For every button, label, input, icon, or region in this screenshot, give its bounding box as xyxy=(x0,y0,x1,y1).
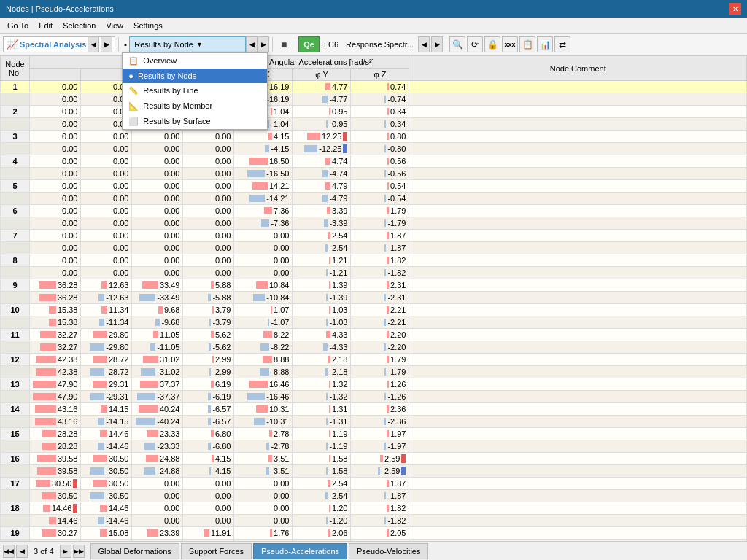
node-number xyxy=(1,366,30,378)
table-row: 0.000.000.000.00-7.36-3.39-1.79 xyxy=(1,217,747,230)
results-nav-next[interactable]: ▶ xyxy=(258,36,269,52)
angular-value: 1.79 xyxy=(351,205,409,217)
angular-value: 0.00 xyxy=(234,254,293,267)
tab-global-deformations[interactable]: Global Deformations xyxy=(90,543,179,559)
angular-value: 16.50 xyxy=(234,155,293,168)
menu-results-by-surface[interactable]: ⬜ Results by Surface xyxy=(123,114,267,129)
nav-next-btn[interactable]: ▶ xyxy=(60,545,71,558)
angular-value: -7.36 xyxy=(234,217,293,230)
angular-value: 1.03 xyxy=(293,304,351,316)
refresh-btn[interactable]: ⟳ xyxy=(467,36,483,52)
cell-value: 24.88 xyxy=(132,453,183,465)
chart-btn[interactable]: 📊 xyxy=(537,36,553,52)
cell-value: 14.15 xyxy=(81,403,132,416)
cell-value: -4.15 xyxy=(183,465,234,478)
nav-first-btn[interactable]: ◀◀ xyxy=(3,545,15,558)
table-row: 1814.4614.460.000.000.001.201.82 xyxy=(1,502,747,515)
cell-value: 0.00 xyxy=(132,490,183,502)
table-container: NodeNo. |u | Angular Accelerations [rad/… xyxy=(0,55,747,541)
copy-btn[interactable]: 📋 xyxy=(519,36,535,52)
cell-value: -11.34 xyxy=(81,316,132,329)
main-content: NodeNo. |u | Angular Accelerations [rad/… xyxy=(0,55,747,541)
cell-value: 0.00 xyxy=(30,143,81,155)
title-bar: Nodes | Pseudo-Accelerations ✕ xyxy=(0,0,747,18)
xxx-btn[interactable]: xxx xyxy=(502,36,518,52)
table-row: 30.50-30.500.000.000.00-2.54-1.87 xyxy=(1,490,747,502)
node-number xyxy=(1,168,30,180)
search-btn[interactable]: 🔍 xyxy=(449,36,465,52)
menu-goto[interactable]: Go To xyxy=(3,20,33,31)
table-row: 15.38-11.34-9.68-3.79-1.07-1.03-2.21 xyxy=(1,316,747,329)
angular-value: -2.54 xyxy=(293,242,351,254)
menu-settings[interactable]: Settings xyxy=(129,20,167,31)
node-comment xyxy=(409,155,747,168)
lc-nav-next[interactable]: ▶ xyxy=(431,36,443,52)
results-nav-prev[interactable]: ◀ xyxy=(246,36,258,52)
lock-btn[interactable]: 🔒 xyxy=(484,36,500,52)
tab-pseudo-accelerations[interactable]: Pseudo-Accelerations xyxy=(253,543,347,559)
cell-value: -5.62 xyxy=(183,341,234,354)
angular-value: 8.88 xyxy=(234,354,293,366)
angular-value: -1.76 xyxy=(234,540,293,542)
menu-results-by-node[interactable]: ● Results by Node xyxy=(123,69,267,83)
results-dropdown-container: ▪ Results by Node ▼ 📋 Overview ● Results… xyxy=(122,36,269,52)
nav-prev-btn[interactable]: ◀ xyxy=(16,545,28,558)
spectral-nav-prev[interactable]: ◀ xyxy=(88,36,99,52)
qe-btn[interactable]: Qe xyxy=(298,36,320,52)
angular-value: -4.77 xyxy=(293,93,351,106)
menu-selection[interactable]: Selection xyxy=(58,20,100,31)
menu-results-by-line[interactable]: 📏 Results by Line xyxy=(123,83,267,98)
angular-value: 1.76 xyxy=(234,527,293,540)
stop-btn[interactable]: ■ xyxy=(276,36,292,52)
node-comment xyxy=(409,106,747,118)
cell-value: -23.39 xyxy=(132,540,183,542)
tab-pseudo-velocities[interactable]: Pseudo-Velocities xyxy=(349,543,428,559)
tab-support-forces[interactable]: Support Forces xyxy=(181,543,252,559)
table-row: 0.000.000.000.00-16.19-4.77-0.74 xyxy=(1,93,747,106)
cell-value: 0.00 xyxy=(183,254,234,267)
export-btn[interactable]: ⇄ xyxy=(554,36,570,52)
angular-value: 16.46 xyxy=(234,378,293,391)
close-button[interactable]: ✕ xyxy=(729,3,741,15)
node-number xyxy=(1,292,30,304)
cell-value: 0.00 xyxy=(81,155,132,168)
cell-value: -37.37 xyxy=(132,391,183,403)
cell-value: 15.38 xyxy=(30,316,81,329)
node-number xyxy=(1,143,30,155)
col-comment: Node Comment xyxy=(409,56,747,81)
col-phi-y: φ Y xyxy=(293,69,351,81)
lc-nav-prev[interactable]: ◀ xyxy=(418,36,430,52)
angular-value: 1.79 xyxy=(351,354,409,366)
angular-value: -8.22 xyxy=(234,341,293,354)
node-number xyxy=(1,118,30,131)
cell-value: 23.39 xyxy=(132,527,183,540)
node-comment xyxy=(409,81,747,93)
angular-value: 0.95 xyxy=(293,106,351,118)
angular-value: -2.31 xyxy=(351,292,409,304)
node-icon: ● xyxy=(128,71,133,80)
angular-value: 2.54 xyxy=(293,478,351,490)
menu-overview[interactable]: 📋 Overview xyxy=(123,53,267,69)
spectral-nav-next[interactable]: ▶ xyxy=(101,36,112,52)
menu-view[interactable]: View xyxy=(101,20,128,31)
cell-value: 0.00 xyxy=(132,131,183,143)
cell-value: 30.50 xyxy=(81,478,132,490)
angular-value: 2.05 xyxy=(351,527,409,540)
table-row: 39.58-30.50-24.88-4.15-3.51-1.58-2.59 xyxy=(1,465,747,478)
cell-value: -29.80 xyxy=(81,341,132,354)
cell-value: -11.91 xyxy=(183,540,234,542)
menu-edit[interactable]: Edit xyxy=(34,20,57,31)
angular-value: -1.26 xyxy=(351,391,409,403)
angular-value: 3.39 xyxy=(293,205,351,217)
results-dropdown-btn[interactable]: Results by Node ▼ xyxy=(129,36,246,52)
cell-value: 47.90 xyxy=(30,378,81,391)
menu-results-by-member[interactable]: 📐 Results by Member xyxy=(123,98,267,114)
cell-value: 0.00 xyxy=(30,155,81,168)
angular-value: -4.33 xyxy=(293,341,351,354)
node-number: 1 xyxy=(1,81,30,93)
nav-last-btn[interactable]: ▶▶ xyxy=(73,545,85,558)
cell-value: -6.57 xyxy=(183,403,234,416)
cell-value: -6.19 xyxy=(183,391,234,403)
cell-value: 28.72 xyxy=(81,354,132,366)
cell-value: 5.88 xyxy=(183,279,234,292)
